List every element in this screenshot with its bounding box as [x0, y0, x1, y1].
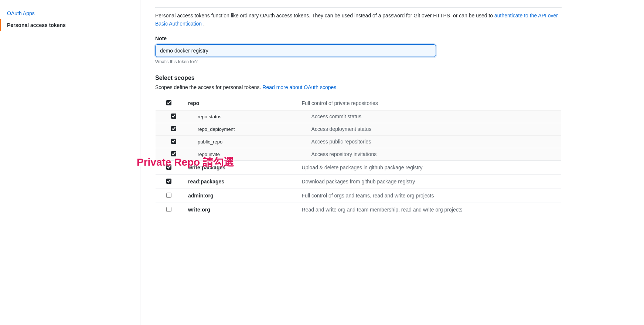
scope-child-desc-repo_status: Access commit status — [296, 110, 562, 123]
scope-checkbox-repo[interactable] — [166, 100, 171, 105]
sidebar: OAuth Apps Personal access tokens — [0, 0, 140, 325]
scope-child-desc-repo_deployment: Access deployment status — [296, 123, 562, 135]
oauth-scopes-link[interactable]: Read more about OAuth scopes. — [262, 84, 338, 90]
note-input[interactable] — [155, 44, 436, 57]
scope-checkbox-repo_invite[interactable] — [171, 151, 176, 156]
scopes-title: Select scopes — [155, 75, 629, 81]
scope-desc-repo: Full control of private repositories — [296, 96, 562, 110]
scope-name-write_org: write:org — [182, 203, 296, 217]
scope-group-row: write:orgRead and write org and team mem… — [156, 203, 562, 217]
scope-checkbox-public_repo[interactable] — [171, 139, 176, 144]
scopes-table: repoFull control of private repositories… — [155, 96, 562, 217]
scope-child-desc-repo_invite: Access repository invitations — [296, 148, 562, 160]
scope-checkbox-admin_org[interactable] — [166, 193, 171, 198]
scope-child-desc-public_repo: Access public repositories — [296, 135, 562, 148]
scope-child-row: repo:statusAccess commit status — [156, 110, 562, 123]
sidebar-item-personal-access-tokens[interactable]: Personal access tokens — [0, 19, 140, 31]
scope-child-name-repo_deployment: repo_deployment — [182, 123, 296, 135]
scope-desc-write_packages: Upload & delete packages in github packa… — [296, 160, 562, 175]
scope-group-row: write:packagesUpload & delete packages i… — [156, 160, 562, 175]
page-description: Personal access tokens function like ord… — [155, 7, 562, 28]
scope-desc-admin_org: Full control of orgs and teams, read and… — [296, 189, 562, 203]
scope-child-row: repo:inviteAccess repository invitations — [156, 148, 562, 160]
scope-name-write_packages: write:packages — [182, 160, 296, 175]
scope-desc-write_org: Read and write org and team membership, … — [296, 203, 562, 217]
scope-name-read_packages: read:packages — [182, 175, 296, 189]
scope-checkbox-repo_status[interactable] — [171, 114, 176, 119]
scope-child-name-repo_invite: repo:invite — [182, 148, 296, 160]
main-content: Private Repo 請勾選 Personal access tokens … — [140, 0, 644, 325]
scope-checkbox-read_packages[interactable] — [166, 179, 171, 184]
scope-group-row: read:packagesDownload packages from gith… — [156, 175, 562, 189]
scope-child-name-public_repo: public_repo — [182, 135, 296, 148]
scope-child-row: public_repoAccess public repositories — [156, 135, 562, 148]
scope-group-row: repoFull control of private repositories — [156, 96, 562, 110]
scope-name-admin_org: admin:org — [182, 189, 296, 203]
note-label: Note — [155, 35, 629, 41]
scope-checkbox-write_packages[interactable] — [166, 165, 171, 170]
scope-child-row: repo_deploymentAccess deployment status — [156, 123, 562, 135]
scope-desc-read_packages: Download packages from github package re… — [296, 175, 562, 189]
scope-name-repo: repo — [182, 96, 296, 110]
scopes-description: Scopes define the access for personal to… — [155, 84, 629, 90]
note-hint: What's this token for? — [155, 59, 629, 64]
scope-child-name-repo_status: repo:status — [182, 110, 296, 123]
scope-group-row: admin:orgFull control of orgs and teams,… — [156, 189, 562, 203]
scope-checkbox-repo_deployment[interactable] — [171, 126, 176, 131]
scope-checkbox-write_org[interactable] — [166, 207, 171, 212]
sidebar-item-oauth-apps[interactable]: OAuth Apps — [0, 7, 140, 19]
